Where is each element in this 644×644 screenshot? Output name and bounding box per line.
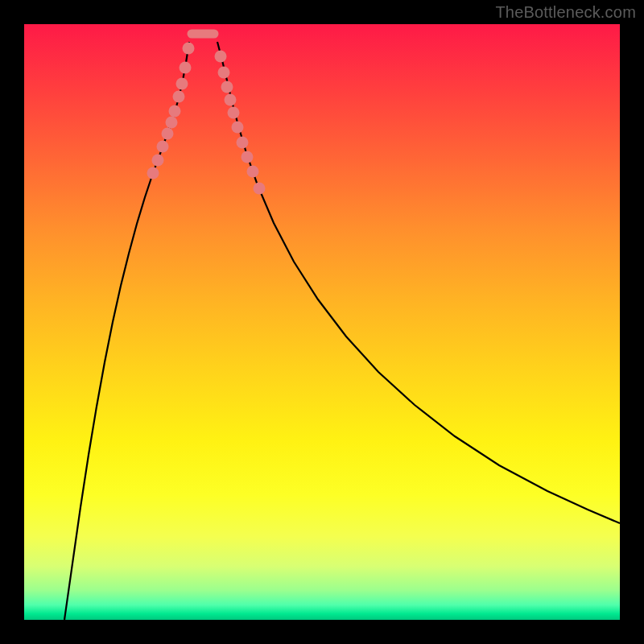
marker-dot — [254, 183, 266, 195]
marker-dot — [232, 122, 244, 134]
watermark-text: TheBottleneck.com — [495, 3, 636, 22]
marker-dot — [215, 51, 227, 63]
marker-dot — [228, 107, 240, 119]
chart-plot-area — [24, 24, 620, 620]
marker-dot — [147, 167, 159, 180]
chart-svg — [24, 24, 620, 620]
marker-dot — [242, 151, 254, 163]
marker-dot — [183, 43, 195, 55]
marker-dot — [173, 91, 185, 103]
marker-dot — [225, 94, 237, 106]
marker-dot — [247, 166, 259, 178]
marker-dot — [221, 81, 233, 93]
left-markers — [147, 43, 195, 180]
marker-dot — [162, 128, 174, 140]
marker-dot — [157, 141, 169, 153]
marker-dot — [169, 105, 181, 118]
marker-dot — [176, 78, 188, 90]
marker-dot — [152, 155, 164, 167]
marker-dot — [166, 117, 178, 129]
right-curve — [217, 42, 620, 523]
marker-dot — [218, 67, 230, 79]
right-markers — [215, 51, 266, 195]
marker-dot — [180, 62, 192, 74]
marker-dot — [237, 137, 249, 149]
